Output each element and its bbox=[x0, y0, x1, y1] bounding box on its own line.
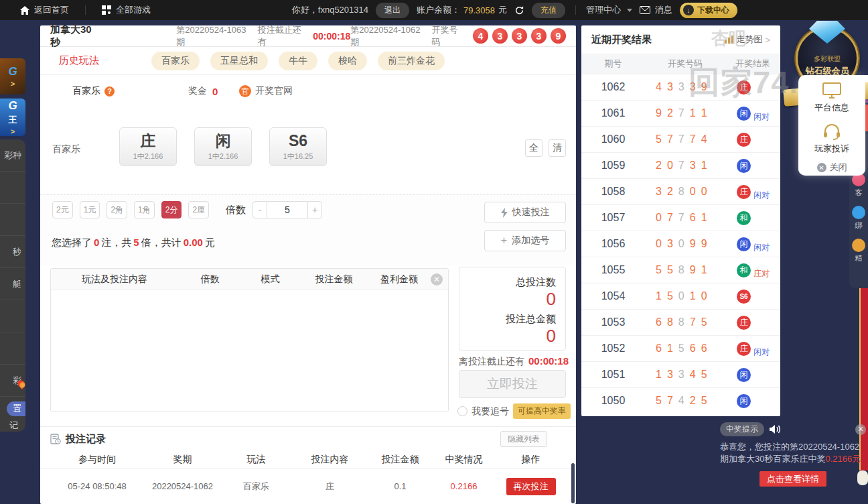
result-row: 1059 20731 闲 bbox=[581, 152, 780, 178]
official-badge-icon: 官 bbox=[239, 85, 251, 97]
result-badge: 闲 bbox=[737, 159, 751, 173]
left-menu-pill[interactable]: 置 bbox=[7, 401, 25, 416]
trend-arrow: > bbox=[765, 35, 770, 45]
tab-history-plays[interactable]: 历史玩法 bbox=[59, 54, 99, 67]
messages-label: 消息 bbox=[655, 4, 672, 16]
all-games-link[interactable]: 全部游戏 bbox=[102, 4, 151, 16]
toast-header: 中奖提示 ✕ bbox=[720, 422, 866, 436]
bet-option-name: 闲 bbox=[216, 133, 231, 149]
left-menu-item[interactable] bbox=[0, 172, 25, 204]
result-digits: 15010 bbox=[645, 290, 725, 302]
official-site-link[interactable]: 开奖官网 bbox=[255, 85, 293, 97]
platform-info-link[interactable]: 平台信息 bbox=[814, 102, 849, 114]
topbar-divider bbox=[575, 5, 576, 15]
unit-chip[interactable]: 2分 bbox=[161, 201, 182, 218]
summary-mid1: 注，共 bbox=[101, 237, 131, 248]
bet-again-button[interactable]: 再次投注 bbox=[506, 478, 556, 495]
unit-chip[interactable]: 1角 bbox=[134, 201, 155, 218]
bet-records-section: 投注记录 隐藏列表 参与时间奖期玩法投注内容投注金额中奖情况操作 05-24 0… bbox=[40, 426, 576, 504]
result-digits: 03099 bbox=[645, 238, 725, 250]
result-pair-label: 闲对 bbox=[753, 190, 770, 201]
player-complaint-link[interactable]: 玩家投诉 bbox=[814, 143, 849, 155]
last-issue-number: 第20220524-1062期 bbox=[350, 24, 428, 48]
arrow-text: > bbox=[11, 127, 15, 135]
result-digits: 61566 bbox=[645, 342, 725, 355]
right-rail-item[interactable]: 绑 bbox=[852, 206, 865, 231]
logout-button[interactable]: 退出 bbox=[376, 3, 409, 18]
bet-slip-header-cell: 倍数 bbox=[178, 273, 242, 286]
unit-chip[interactable]: 2厘 bbox=[188, 201, 209, 218]
bet-option-button[interactable]: 庄 1中2.166 bbox=[119, 127, 177, 166]
multiplier-plus-button[interactable]: + bbox=[307, 201, 322, 218]
messages-link[interactable]: 消息 bbox=[640, 4, 672, 16]
right-rail-item[interactable]: 精 bbox=[852, 239, 865, 263]
left-promo-banner-1[interactable]: G > bbox=[0, 58, 25, 94]
result-badge: 闲 bbox=[737, 394, 751, 408]
result-badge: 闲 bbox=[737, 368, 751, 382]
play-tab[interactable]: 梭哈 bbox=[328, 52, 367, 70]
left-menu-last-item[interactable]: 记 bbox=[0, 416, 25, 432]
admin-center-label: 管理中心 bbox=[586, 4, 621, 16]
clear-slip-icon[interactable]: ✕ bbox=[431, 273, 443, 286]
arrow-text: > bbox=[11, 80, 15, 88]
balance-value: 79.3058 bbox=[463, 5, 495, 15]
play-tab[interactable]: 百家乐 bbox=[151, 52, 200, 70]
left-menu-item[interactable] bbox=[0, 300, 25, 332]
result-issue: 1057 bbox=[581, 212, 645, 224]
right-rail-item[interactable]: 客 bbox=[852, 173, 865, 198]
records-table-headers: 参与时间奖期玩法投注内容投注金额中奖情况操作 bbox=[40, 451, 576, 468]
chase-radio[interactable] bbox=[457, 406, 467, 416]
recent-results-panel: 近期开奖结果 走势图 > 期号开奖号码开奖结果 1062 43339 庄 bbox=[581, 25, 780, 416]
play-tab[interactable]: 牛牛 bbox=[279, 52, 317, 70]
result-pair-label: 闲对 bbox=[753, 242, 770, 253]
grid-icon bbox=[102, 5, 111, 15]
result-issue: 1061 bbox=[581, 107, 645, 119]
quick-bet-label: 快速投注 bbox=[512, 206, 550, 218]
multiplier-input[interactable] bbox=[267, 201, 307, 218]
close-label: 关闭 bbox=[830, 162, 847, 174]
download-center-button[interactable]: ↓ 下载中心 bbox=[680, 3, 737, 18]
left-menu-item[interactable]: 秒 bbox=[0, 236, 25, 268]
result-digits: 32800 bbox=[645, 186, 725, 198]
trend-chart-link[interactable]: 走势图 > bbox=[725, 34, 770, 46]
bet-option-button[interactable]: S6 1中16.25 bbox=[269, 127, 327, 166]
speaker-icon[interactable] bbox=[770, 424, 781, 434]
hide-list-button[interactable]: 隐藏列表 bbox=[500, 431, 547, 447]
left-menu-item[interactable]: 艇 bbox=[0, 268, 25, 300]
unit-chips: 2元1元2角1角2分2厘 bbox=[52, 201, 209, 218]
select-controls: 全 清 bbox=[525, 139, 566, 157]
quick-bet-button[interactable]: 快速投注 bbox=[484, 202, 566, 223]
left-promo-banner-2[interactable]: G 王 > bbox=[0, 99, 25, 136]
bet-now-button[interactable]: 立即投注 bbox=[459, 370, 566, 398]
multiplier-minus-button[interactable]: - bbox=[252, 201, 267, 218]
unit-chip[interactable]: 2角 bbox=[106, 201, 127, 218]
play-tab[interactable]: 前三炸金花 bbox=[378, 52, 445, 70]
add-numbers-button[interactable]: + 添加选号 bbox=[484, 230, 566, 251]
result-pair-label: 庄对 bbox=[753, 268, 770, 279]
refresh-icon[interactable] bbox=[514, 5, 524, 15]
left-menu-item[interactable]: 彩种 bbox=[0, 139, 25, 172]
recharge-button[interactable]: 充值 bbox=[532, 3, 565, 18]
records-scrollbar[interactable] bbox=[571, 463, 575, 503]
play-tab[interactable]: 五星总和 bbox=[210, 52, 268, 70]
select-all-button[interactable]: 全 bbox=[525, 139, 542, 157]
record-issue: 20220524-1062 bbox=[144, 481, 221, 491]
summary-prefix: 您选择了 bbox=[52, 237, 92, 248]
home-link[interactable]: 返回首页 bbox=[20, 4, 69, 16]
main-panel: 加拿大30秒 第20220524-1063期 投注截止还有 00:00:18 第… bbox=[40, 25, 576, 504]
bet-option-button[interactable]: 闲 1中2.166 bbox=[194, 127, 252, 166]
result-digits: 13345 bbox=[645, 369, 725, 381]
toast-tag: 中奖提示 bbox=[720, 422, 764, 436]
result-badge: 庄 bbox=[737, 80, 751, 94]
help-icon[interactable]: ? bbox=[104, 86, 115, 97]
close-menu-button[interactable]: ✕ 关闭 bbox=[817, 162, 847, 174]
left-menu-item[interactable] bbox=[0, 204, 25, 236]
unit-chip[interactable]: 2元 bbox=[52, 201, 73, 218]
left-menu-item[interactable] bbox=[0, 332, 25, 365]
view-details-button[interactable]: 点击查看详情 bbox=[760, 471, 826, 487]
clear-button[interactable]: 清 bbox=[549, 139, 566, 157]
admin-center-menu[interactable]: 管理中心 bbox=[586, 4, 632, 16]
toast-close-icon[interactable]: ✕ bbox=[855, 424, 866, 435]
topbar-divider bbox=[85, 5, 86, 15]
unit-chip[interactable]: 1元 bbox=[80, 201, 100, 218]
